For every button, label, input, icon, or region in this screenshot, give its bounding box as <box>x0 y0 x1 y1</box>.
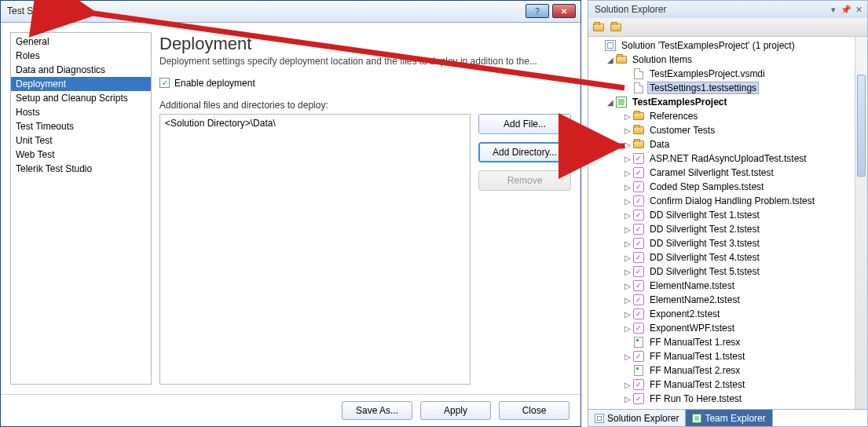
expander-icon[interactable]: ▷ <box>623 395 632 403</box>
expander-icon[interactable]: ▷ <box>623 141 632 149</box>
expander-icon[interactable]: ▷ <box>623 126 632 135</box>
expander-icon[interactable]: ▷ <box>623 211 632 220</box>
expander-icon[interactable]: ▷ <box>623 310 632 319</box>
expander-icon[interactable]: ▷ <box>623 225 632 234</box>
expander-icon[interactable]: ▷ <box>623 183 632 192</box>
enable-deployment-checkbox[interactable]: ✓ <box>159 78 170 88</box>
expander-icon[interactable]: ▷ <box>623 239 632 248</box>
test-icon <box>632 209 645 221</box>
list-item[interactable]: <Solution Directory>\Data\ <box>165 118 465 129</box>
sidebar-item-hosts[interactable]: Hosts <box>11 105 151 119</box>
settings-category-list[interactable]: GeneralRolesData and DiagnosticsDeployme… <box>10 32 152 385</box>
project-item[interactable]: ▷FF Run To Here.tstest <box>588 392 867 406</box>
sidebar-item-telerik-test-studio[interactable]: Telerik Test Studio <box>11 162 151 176</box>
project-item[interactable]: ▷Data <box>588 137 867 151</box>
vertical-scrollbar[interactable] <box>855 37 867 409</box>
file-icon <box>632 68 645 80</box>
project-item[interactable]: ▷ElementName2.tstest <box>588 293 867 307</box>
expander-icon[interactable]: ▷ <box>623 268 632 276</box>
expander-icon[interactable]: ▷ <box>623 282 632 290</box>
solution-explorer-icon <box>595 414 604 423</box>
sidebar-item-setup-and-cleanup-scripts[interactable]: Setup and Cleanup Scripts <box>11 91 151 105</box>
testsettings-file[interactable]: TestSettings1.testsettings <box>588 81 867 95</box>
add-directory-button[interactable]: Add Directory... <box>478 142 571 162</box>
deploy-files-list[interactable]: <Solution Directory>\Data\ <box>159 114 471 385</box>
project-item[interactable]: ▷DD Silverlight Test 2.tstest <box>588 222 867 236</box>
team-explorer-icon <box>692 414 701 423</box>
project-item[interactable]: FF ManualTest 2.resx <box>588 363 867 378</box>
project-item[interactable]: ▷DD Silverlight Test 4.tstest <box>588 250 867 265</box>
solution-explorer-panel: Solution Explorer ▾ 📌 ✕ Solution 'TestEx… <box>588 0 868 427</box>
tree-label: FF ManualTest 2.resx <box>647 365 742 376</box>
close-window-button[interactable] <box>552 4 576 18</box>
expander-icon[interactable]: ▷ <box>623 155 632 163</box>
expander-icon[interactable]: ▷ <box>623 112 632 121</box>
tree-label: Coded Step Samples.tstest <box>647 181 766 192</box>
project-item[interactable]: ▷DD Silverlight Test 1.tstest <box>588 208 867 222</box>
project-item[interactable]: ▷Exponent2.tstest <box>588 307 867 321</box>
project-item[interactable]: FF ManualTest 1.resx <box>588 335 867 349</box>
resx-icon <box>632 336 645 349</box>
save-as-button[interactable]: Save As... <box>342 401 412 420</box>
project-item[interactable]: ▷References <box>588 109 867 123</box>
solution-tree[interactable]: Solution 'TestExamplesProject' (1 projec… <box>588 37 867 409</box>
project-item[interactable]: ▷DD Silverlight Test 5.tstest <box>588 265 867 279</box>
expander-icon[interactable]: ▷ <box>623 324 632 333</box>
expander-icon[interactable]: ◢ <box>606 98 615 107</box>
sidebar-item-general[interactable]: General <box>11 35 151 49</box>
project-item[interactable]: ▷DD Silverlight Test 3.tstest <box>588 236 867 250</box>
enable-deployment-label: Enable deployment <box>174 78 255 89</box>
project-item[interactable]: ▷FF ManualTest 1.tstest <box>588 349 867 363</box>
tree-label: Customer Tests <box>647 125 717 136</box>
expander-icon[interactable]: ▷ <box>623 352 632 361</box>
expander-icon[interactable]: ▷ <box>623 169 632 177</box>
project-item[interactable]: ▷ASP.NET RadAsyncUploadTest.tstest <box>588 151 867 166</box>
project-item[interactable]: ▷Coded Step Samples.tstest <box>588 180 867 194</box>
tree-label: Data <box>647 139 672 150</box>
expander-icon[interactable]: ▷ <box>623 254 632 262</box>
sidebar-item-deployment[interactable]: Deployment <box>11 77 151 91</box>
test-icon <box>632 350 645 363</box>
apply-button[interactable]: Apply <box>420 401 491 420</box>
expander-icon[interactable]: ▷ <box>623 197 632 206</box>
solution-node[interactable]: Solution 'TestExamplesProject' (1 projec… <box>588 38 867 53</box>
expander-icon[interactable]: ▷ <box>623 296 632 305</box>
solution-icon <box>604 39 617 52</box>
close-panel-icon[interactable]: ✕ <box>853 4 864 15</box>
dialog-titlebar[interactable]: Test Settings <box>1 1 580 23</box>
sidebar-item-data-and-diagnostics[interactable]: Data and Diagnostics <box>11 63 151 77</box>
project-item[interactable]: ▷Caramel Silverlight Test.tstest <box>588 166 867 180</box>
project-node[interactable]: ◢TestExamplesProject <box>588 95 867 109</box>
expander-icon[interactable]: ▷ <box>623 381 632 389</box>
tree-label: DD Silverlight Test 4.tstest <box>647 252 762 263</box>
panel-titlebar[interactable]: Solution Explorer ▾ 📌 ✕ <box>588 1 867 18</box>
project-item[interactable]: ▷Confirm Dialog Handling Problem.tstest <box>588 194 867 208</box>
project-item[interactable]: ▷FF ManualTest 2.tstest <box>588 378 867 392</box>
sidebar-item-web-test[interactable]: Web Test <box>11 148 151 162</box>
home-icon[interactable] <box>591 20 606 35</box>
test-icon <box>632 294 645 306</box>
sidebar-item-test-timeouts[interactable]: Test Timeouts <box>11 119 151 133</box>
add-file-button[interactable]: Add File... <box>478 114 571 134</box>
project-item[interactable]: ▷ExponentWPF.tstest <box>588 321 867 335</box>
sidebar-item-roles[interactable]: Roles <box>11 49 151 63</box>
panel-dropdown-icon[interactable]: ▾ <box>828 4 839 15</box>
project-item[interactable]: ▷Customer Tests <box>588 123 867 137</box>
tab-team-explorer[interactable]: Team Explorer <box>686 410 772 426</box>
expander-icon[interactable]: ◢ <box>606 56 615 64</box>
pin-icon[interactable]: 📌 <box>841 4 852 15</box>
tree-label: DD Silverlight Test 3.tstest <box>647 238 762 249</box>
tree-label: FF ManualTest 1.resx <box>647 337 742 348</box>
resx-icon <box>632 364 645 377</box>
solution-items-node[interactable]: ◢Solution Items <box>588 53 867 67</box>
tree-label: FF ManualTest 2.tstest <box>647 379 747 390</box>
tree-label: References <box>647 111 700 122</box>
refresh-icon[interactable] <box>609 20 623 35</box>
sidebar-item-unit-test[interactable]: Unit Test <box>11 133 151 148</box>
tab-solution-explorer[interactable]: Solution Explorer <box>588 410 686 426</box>
vsmdi-file[interactable]: TestExamplesProject.vsmdi <box>588 67 867 81</box>
help-button[interactable] <box>526 4 549 18</box>
project-item[interactable]: ▷ElementName.tstest <box>588 279 867 293</box>
close-button[interactable]: Close <box>499 401 570 420</box>
test-icon <box>632 308 645 320</box>
